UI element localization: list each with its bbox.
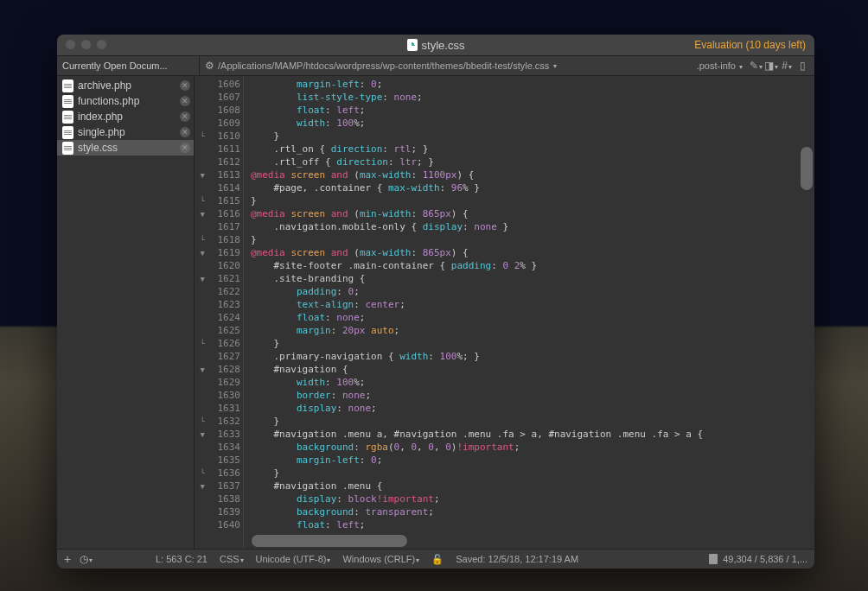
- code-line[interactable]: @media screen and (max-width: 1100px) {: [251, 168, 814, 181]
- encoding-select[interactable]: Unicode (UTF-8)▾: [256, 554, 331, 564]
- code-line[interactable]: #navigation {: [251, 363, 814, 376]
- line-number[interactable]: 1629: [195, 376, 243, 389]
- code-line[interactable]: display: block!important;: [251, 492, 814, 505]
- line-number[interactable]: └1636: [195, 467, 243, 480]
- code-line[interactable]: margin: 20px auto;: [251, 324, 814, 337]
- hash-icon[interactable]: #▾: [780, 60, 794, 72]
- recent-icon[interactable]: ◷▾: [80, 553, 93, 565]
- vertical-scrollbar[interactable]: [801, 78, 813, 531]
- sidebar-header[interactable]: Currently Open Docum...: [57, 56, 200, 75]
- lock-icon[interactable]: 🔓: [431, 554, 444, 565]
- code-line[interactable]: text-align: center;: [251, 298, 814, 311]
- code-line[interactable]: #navigation .menu {: [251, 480, 814, 492]
- line-number[interactable]: 1607: [195, 91, 243, 104]
- code-line[interactable]: .navigation.mobile-only { display: none …: [251, 220, 814, 233]
- close-icon[interactable]: ✕: [180, 111, 190, 122]
- line-number[interactable]: 1614: [195, 181, 243, 194]
- document-icon[interactable]: ▯: [795, 60, 809, 72]
- code-line[interactable]: float: none;: [251, 311, 814, 324]
- line-number[interactable]: └1615: [195, 194, 243, 207]
- code-line[interactable]: margin-left: 0;: [251, 78, 814, 91]
- code-line[interactable]: width: 100%;: [251, 376, 814, 389]
- file-item[interactable]: archive.php✕: [57, 78, 194, 93]
- close-window-icon[interactable]: [66, 40, 75, 49]
- code-line[interactable]: #navigation .menu a, #navigation .menu .…: [251, 428, 814, 441]
- minimize-window-icon[interactable]: [81, 40, 91, 49]
- code-line[interactable]: #page, .container { max-width: 96% }: [251, 181, 814, 194]
- code-line[interactable]: .rtl_on { direction: rtl; }: [251, 143, 814, 156]
- pencil-icon[interactable]: ✎▾: [749, 60, 763, 72]
- code-line[interactable]: background: transparent;: [251, 505, 814, 518]
- cursor-position[interactable]: L: 563 C: 21: [156, 554, 207, 564]
- line-number[interactable]: ▼1619: [195, 246, 243, 259]
- code-line[interactable]: list-style-type: none;: [251, 91, 814, 104]
- line-number[interactable]: └1618: [195, 233, 243, 246]
- line-number[interactable]: └1610: [195, 130, 243, 143]
- line-number[interactable]: 1612: [195, 156, 243, 168]
- code-line[interactable]: }: [251, 467, 814, 480]
- file-item[interactable]: functions.php✕: [57, 93, 194, 109]
- language-select[interactable]: CSS▾: [220, 554, 244, 564]
- code-line[interactable]: }: [251, 415, 814, 428]
- scroll-thumb[interactable]: [801, 147, 813, 190]
- line-number[interactable]: 1617: [195, 220, 243, 233]
- code-line[interactable]: width: 100%;: [251, 117, 814, 130]
- file-path[interactable]: /Applications/MAMP/htdocs/wordpress/wp-c…: [218, 60, 549, 71]
- line-gutter[interactable]: 1606160716081609└161016111612▼16131614└1…: [195, 76, 244, 549]
- line-number[interactable]: ▼1616: [195, 207, 243, 220]
- code-line[interactable]: .rtl_off { direction: ltr; }: [251, 156, 814, 168]
- text-tools-icon[interactable]: ◨▾: [764, 60, 778, 72]
- line-number[interactable]: 1638: [195, 492, 243, 505]
- line-number[interactable]: 1606: [195, 78, 243, 91]
- line-number[interactable]: 1635: [195, 454, 243, 467]
- line-number[interactable]: └1632: [195, 415, 243, 428]
- gear-icon[interactable]: ⚙: [205, 60, 214, 72]
- code-line[interactable]: padding: 0;: [251, 285, 814, 298]
- nav-selector[interactable]: .post-info ▾: [692, 60, 747, 71]
- line-number[interactable]: ▼1613: [195, 168, 243, 181]
- code-line[interactable]: }: [251, 337, 814, 350]
- line-number[interactable]: 1630: [195, 389, 243, 402]
- add-icon[interactable]: +: [64, 552, 71, 566]
- line-number[interactable]: 1640: [195, 518, 243, 531]
- line-number[interactable]: 1625: [195, 324, 243, 337]
- code-area[interactable]: margin-left: 0; list-style-type: none; f…: [244, 76, 814, 549]
- code-line[interactable]: #site-footer .main-container { padding: …: [251, 259, 814, 272]
- line-number[interactable]: 1609: [195, 117, 243, 130]
- code-line[interactable]: float: left;: [251, 104, 814, 117]
- titlebar[interactable]: style.css Evaluation (10 days left): [57, 35, 814, 56]
- line-number[interactable]: 1608: [195, 104, 243, 117]
- line-number[interactable]: 1624: [195, 311, 243, 324]
- code-line[interactable]: .site-branding {: [251, 272, 814, 285]
- close-icon[interactable]: ✕: [180, 96, 190, 106]
- code-line[interactable]: border: none;: [251, 389, 814, 402]
- scroll-thumb[interactable]: [252, 535, 407, 547]
- code-line[interactable]: @media screen and (max-width: 865px) {: [251, 246, 814, 259]
- file-item[interactable]: index.php✕: [57, 109, 194, 124]
- line-number[interactable]: ▼1621: [195, 272, 243, 285]
- code-line[interactable]: }: [251, 233, 814, 246]
- line-number[interactable]: └1626: [195, 337, 243, 350]
- close-icon[interactable]: ✕: [180, 127, 190, 137]
- code-line[interactable]: float: left;: [251, 518, 814, 531]
- line-number[interactable]: 1622: [195, 285, 243, 298]
- line-number[interactable]: 1627: [195, 350, 243, 363]
- code-line[interactable]: }: [251, 194, 814, 207]
- evaluation-notice[interactable]: Evaluation (10 days left): [694, 39, 806, 51]
- line-number[interactable]: ▼1633: [195, 428, 243, 441]
- code-editor[interactable]: 1606160716081609└161016111612▼16131614└1…: [195, 76, 814, 549]
- zoom-window-icon[interactable]: [97, 40, 106, 49]
- code-line[interactable]: background: rgba(0, 0, 0, 0)!important;: [251, 441, 814, 454]
- line-number[interactable]: 1639: [195, 505, 243, 518]
- line-number[interactable]: 1631: [195, 402, 243, 415]
- close-icon[interactable]: ✕: [180, 80, 190, 91]
- code-line[interactable]: margin-left: 0;: [251, 454, 814, 467]
- line-number[interactable]: 1634: [195, 441, 243, 454]
- code-line[interactable]: @media screen and (min-width: 865px) {: [251, 207, 814, 220]
- file-icon[interactable]: [709, 554, 718, 564]
- line-number[interactable]: ▼1637: [195, 480, 243, 492]
- line-number[interactable]: ▼1628: [195, 363, 243, 376]
- file-item[interactable]: style.css✕: [57, 140, 194, 156]
- line-number[interactable]: 1620: [195, 259, 243, 272]
- line-number[interactable]: 1623: [195, 298, 243, 311]
